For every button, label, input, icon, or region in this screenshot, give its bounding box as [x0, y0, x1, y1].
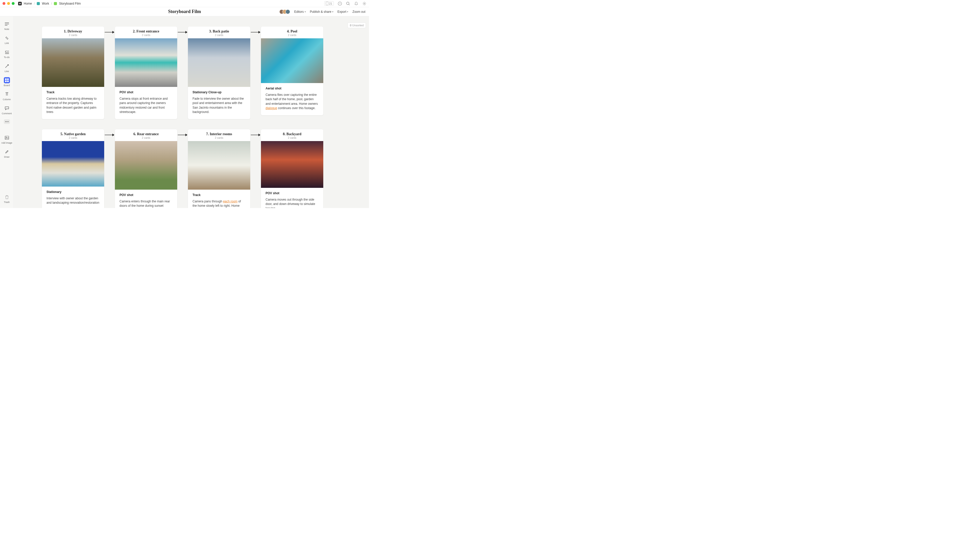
tool-board[interactable]: Board	[1, 76, 13, 88]
close-window-button[interactable]	[3, 2, 5, 5]
comment-icon	[4, 105, 10, 112]
help-icon[interactable]: ?	[338, 2, 342, 6]
card-body[interactable]: Stationary Close-upFade to interview the…	[188, 87, 250, 119]
export-dropdown[interactable]: Export▾	[337, 10, 348, 14]
card-body[interactable]: TrackCamera tracks low along driveway to…	[42, 87, 104, 119]
card-body[interactable]: TrackCamera pans through each room of th…	[188, 190, 250, 208]
arrow-icon	[178, 133, 188, 137]
shot-body: Camera flies over capturing the entire b…	[266, 93, 319, 111]
board-column[interactable]: 3. Back patio2 cards Stationary Close-up…	[188, 27, 250, 119]
board-row: 5. Native garden2 cards StationaryInterv…	[42, 129, 341, 208]
breadcrumb-work[interactable]: Work	[42, 2, 49, 5]
board-grid: 1. Driveway2 cards TrackCamera tracks lo…	[14, 16, 369, 208]
card-image[interactable]	[261, 141, 323, 188]
tool-draw[interactable]: Draw	[1, 148, 13, 159]
svg-rect-17	[7, 80, 9, 82]
card-image[interactable]	[42, 141, 104, 187]
card-body[interactable]: POV shotCamera enters through the main r…	[115, 190, 177, 208]
board-column[interactable]: 5. Native garden2 cards StationaryInterv…	[42, 129, 104, 208]
titlebar-right: 21 ?	[324, 1, 366, 6]
shot-body: Camera pans through each room of the hom…	[192, 199, 246, 208]
shot-title: Track	[192, 193, 246, 197]
board-icon	[4, 77, 10, 83]
tool-column[interactable]: Column	[1, 90, 13, 102]
svg-point-23	[8, 121, 8, 122]
maximize-window-button[interactable]	[12, 2, 14, 5]
tool-add-image[interactable]: Add image	[1, 134, 13, 145]
board-column[interactable]: 6. Rear entrance2 cards POV shotCamera e…	[115, 129, 177, 208]
unsorted-badge[interactable]: 0 Unsorted	[347, 22, 366, 28]
editors-dropdown[interactable]: Editors▾	[294, 10, 305, 14]
column-title: 6. Rear entrance	[118, 132, 175, 136]
tool-link[interactable]: Link	[1, 34, 13, 45]
column-meta: 2 cards	[118, 34, 175, 37]
card-body[interactable]: StationaryInterview with owner about the…	[42, 187, 104, 208]
card-image[interactable]	[42, 38, 104, 87]
tablet-counter[interactable]: 21	[324, 1, 334, 6]
tool-line[interactable]: Line	[1, 62, 13, 73]
column-meta: 2 cards	[264, 34, 321, 37]
chevron-down-icon: ▾	[332, 11, 334, 13]
svg-line-13	[5, 65, 8, 68]
board-column[interactable]: 8. Backyard2 cards POV shotCamera moves …	[261, 129, 323, 208]
svg-point-22	[6, 121, 7, 122]
column-icon	[4, 91, 10, 97]
column-meta: 2 cards	[45, 136, 102, 139]
arrow-icon	[105, 30, 115, 34]
gear-icon[interactable]	[362, 2, 366, 6]
current-folder-icon	[54, 2, 57, 5]
card-image[interactable]	[115, 141, 177, 190]
todo-icon	[4, 49, 10, 55]
zoom-out-button[interactable]: Zoom out	[352, 10, 365, 14]
card-body[interactable]: POV shotCamera moves out through the sid…	[261, 188, 323, 208]
shot-body: Camera tracks low along driveway to entr…	[46, 97, 100, 115]
arrow-icon	[105, 133, 115, 137]
publish-dropdown[interactable]: Publish & share▾	[310, 10, 334, 14]
link[interactable]: dialogue	[266, 106, 277, 110]
search-icon[interactable]	[346, 2, 350, 6]
header-actions: Editors▾ Publish & share▾ Export▾ Zoom o…	[279, 10, 365, 14]
breadcrumb-separator: /	[51, 2, 52, 5]
board-column[interactable]: 1. Driveway2 cards TrackCamera tracks lo…	[42, 27, 104, 119]
board-column[interactable]: 2. Front entrance2 cards POV shotCamera …	[115, 27, 177, 119]
tool-todo[interactable]: To-do	[1, 48, 13, 59]
breadcrumb: M Home / Work / Storyboard Film	[18, 2, 81, 5]
canvas[interactable]: 0 Unsorted 1. Driveway2 cards TrackCamer…	[14, 16, 369, 208]
board-column[interactable]: 7. Interior rooms2 cards TrackCamera pan…	[188, 129, 250, 208]
svg-rect-15	[7, 78, 9, 80]
bell-icon[interactable]	[354, 2, 358, 6]
trash-icon	[4, 194, 10, 200]
card-image[interactable]	[188, 38, 250, 87]
tool-note[interactable]: Note	[1, 20, 13, 32]
page-header: Storyboard Film Editors▾ Publish & share…	[0, 7, 369, 16]
pencil-icon	[4, 149, 10, 155]
svg-rect-0	[326, 2, 328, 5]
svg-point-25	[6, 137, 6, 138]
chevron-down-icon: ▾	[305, 11, 306, 13]
column-title: 7. Interior rooms	[191, 132, 248, 136]
breadcrumb-current[interactable]: Storyboard Film	[59, 2, 81, 5]
avatar	[285, 10, 290, 14]
tool-trash[interactable]: Trash	[1, 193, 13, 204]
tool-comment[interactable]: Comment	[1, 104, 13, 116]
card-body[interactable]: POV shotCamera stops at front entrance a…	[115, 87, 177, 119]
card-image[interactable]	[188, 141, 250, 190]
shot-body: Fade to interview the owner about the po…	[192, 97, 246, 115]
column-title: 4. Pool	[264, 29, 321, 34]
tool-more[interactable]	[1, 118, 13, 125]
shot-body: Camera enters through the main rear door…	[119, 199, 173, 208]
link[interactable]: each room	[223, 199, 237, 203]
breadcrumb-home[interactable]: Home	[24, 2, 32, 5]
board-column[interactable]: 4. Pool2 cards Aerial shotCamera flies o…	[261, 27, 323, 115]
card-image[interactable]	[261, 38, 323, 83]
editor-avatars[interactable]	[279, 10, 290, 14]
line-arrow-icon	[4, 63, 10, 69]
card-image[interactable]	[115, 38, 177, 87]
work-folder-icon	[37, 2, 40, 5]
more-icon	[4, 119, 10, 124]
app-icon: M	[18, 2, 22, 5]
shot-title: Stationary Close-up	[192, 91, 246, 94]
minimize-window-button[interactable]	[7, 2, 10, 5]
card-body[interactable]: Aerial shotCamera flies over capturing t…	[261, 83, 323, 115]
main: Note Link To-do Line Board Column Commen…	[0, 16, 369, 208]
